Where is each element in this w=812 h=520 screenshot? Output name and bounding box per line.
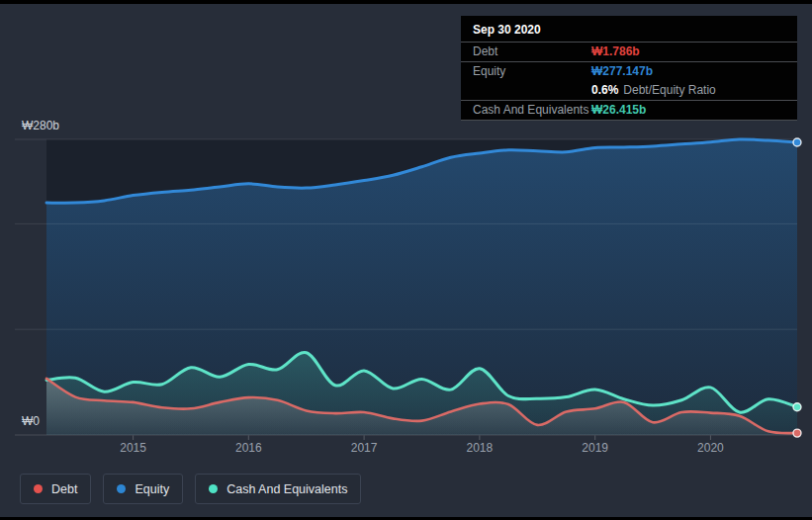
legend-item-cash[interactable]: Cash And Equivalents	[195, 474, 361, 504]
tooltip-row-ratio: 0.6%Debt/Equity Ratio	[461, 81, 797, 101]
tooltip-date: Sep 30 2020	[461, 16, 797, 43]
debt-color-dot	[34, 484, 43, 493]
tooltip-debt-label: Debt	[473, 43, 591, 61]
x-tick-label-2017: 2017	[342, 441, 386, 455]
cash-color-dot	[209, 484, 218, 493]
tooltip-row-equity: Equity ₩277.147b	[461, 62, 797, 81]
y-axis-label-zero: ₩0	[22, 414, 40, 428]
debt-equity-history-chart-screen: { "colors": { "debt": "#e2423e", "equity…	[0, 0, 812, 520]
tooltip-debt-value: ₩1.786b	[591, 43, 640, 61]
legend-equity-label: Equity	[135, 482, 169, 496]
tooltip-ratio-label: Debt/Equity Ratio	[623, 83, 715, 97]
legend-item-debt[interactable]: Debt	[20, 474, 91, 504]
debt-endpoint-marker[interactable]	[793, 429, 801, 437]
tooltip-row-cash: Cash And Equivalents ₩26.415b	[461, 101, 797, 121]
legend-item-equity[interactable]: Equity	[103, 474, 183, 504]
legend-cash-label: Cash And Equivalents	[226, 482, 347, 496]
legend-debt-label: Debt	[51, 482, 77, 496]
equity-endpoint-marker[interactable]	[793, 138, 801, 146]
cash-and-equivalents-endpoint-marker[interactable]	[793, 403, 801, 411]
x-tick-label-2018: 2018	[458, 441, 501, 455]
tooltip-cash-value: ₩26.415b	[591, 101, 646, 120]
tooltip-ratio-value: 0.6%	[591, 83, 618, 97]
tooltip-equity-value: ₩277.147b	[591, 62, 653, 81]
x-tick-label-2019: 2019	[574, 441, 617, 455]
tooltip-ratio: 0.6%Debt/Equity Ratio	[591, 81, 716, 100]
x-tick-label-2020: 2020	[688, 441, 732, 455]
chart-legend: Debt Equity Cash And Equivalents	[20, 474, 361, 504]
x-tick-label-2016: 2016	[226, 441, 270, 455]
tooltip-cash-label: Cash And Equivalents	[473, 101, 591, 120]
y-axis-label-max: ₩280b	[22, 119, 59, 132]
equity-color-dot	[117, 484, 126, 493]
x-tick-label-2015: 2015	[112, 441, 155, 455]
screen-edge-top	[0, 0, 812, 4]
tooltip-row-debt: Debt ₩1.786b	[461, 43, 797, 62]
tooltip-equity-label: Equity	[473, 62, 591, 81]
chart-tooltip: Sep 30 2020 Debt ₩1.786b Equity ₩277.147…	[461, 16, 797, 121]
